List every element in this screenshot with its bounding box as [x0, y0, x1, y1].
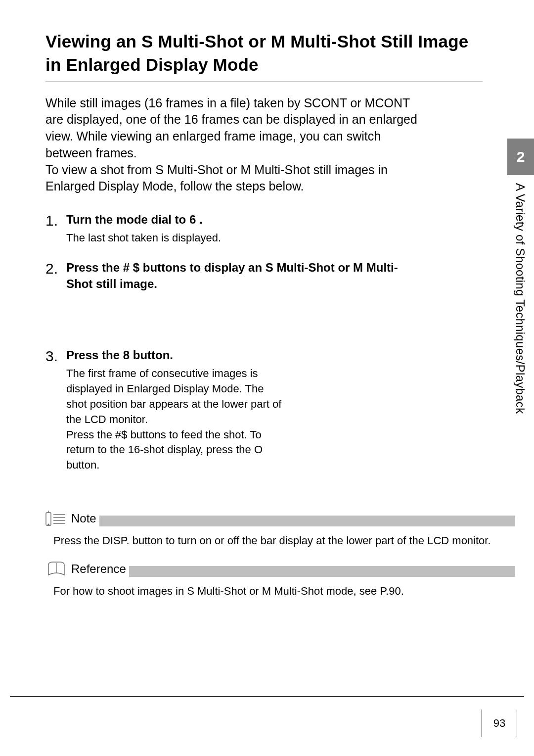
step-1: 1 Turn the mode dial to 6 . The last sho… [45, 212, 401, 246]
note-text: Press the DISP. button to turn on or off… [53, 534, 534, 547]
step-number: 3 [45, 347, 66, 473]
reference-callout: Reference For how to shoot images in S M… [45, 558, 534, 598]
reference-icon [45, 560, 66, 577]
manual-page: Viewing an S Multi-Shot or M Multi-Shot … [0, 0, 534, 756]
note-bar-fill [99, 516, 515, 526]
step-subtext: The first frame of consecutive images is… [66, 366, 284, 473]
step-heading: Press the 8 button. [66, 347, 401, 363]
page-number: 93 [482, 709, 517, 737]
note-icon [45, 510, 66, 526]
step-heading: Press the # $ buttons to display an S Mu… [66, 260, 401, 292]
reference-header-bar: Reference [45, 558, 515, 577]
step-subtext: The last shot taken is displayed. [66, 231, 401, 246]
chapter-tab: 2 [507, 139, 534, 175]
note-callout: Note Press the DISP. button to turn on o… [45, 508, 534, 547]
title-rule [45, 82, 483, 82]
intro-paragraph: While still images (16 frames in a file)… [45, 95, 486, 195]
steps-list: 1 Turn the mode dial to 6 . The last sho… [45, 212, 401, 473]
step-heading: Turn the mode dial to 6 . [66, 212, 401, 228]
footer-rule [10, 696, 524, 697]
reference-label: Reference [70, 562, 129, 577]
note-header-bar: Note [45, 508, 515, 526]
step-body: Press the # $ buttons to display an S Mu… [66, 260, 401, 292]
step-number: 2 [45, 260, 66, 292]
reference-bar-fill [129, 566, 515, 577]
chapter-side-label: A Variety of Shooting Techniques/Playbac… [514, 183, 526, 490]
svg-marker-2 [47, 523, 50, 525]
step-body: Turn the mode dial to 6 . The last shot … [66, 212, 401, 246]
reference-text: For how to shoot images in S Multi-Shot … [53, 585, 534, 598]
step-body: Press the 8 button. The first frame of c… [66, 347, 401, 473]
step-3: 3 Press the 8 button. The first frame of… [45, 347, 401, 473]
step-number: 1 [45, 212, 66, 246]
note-label: Note [70, 512, 99, 526]
step-2: 2 Press the # $ buttons to display an S … [45, 260, 401, 292]
page-title: Viewing an S Multi-Shot or M Multi-Shot … [45, 30, 534, 77]
